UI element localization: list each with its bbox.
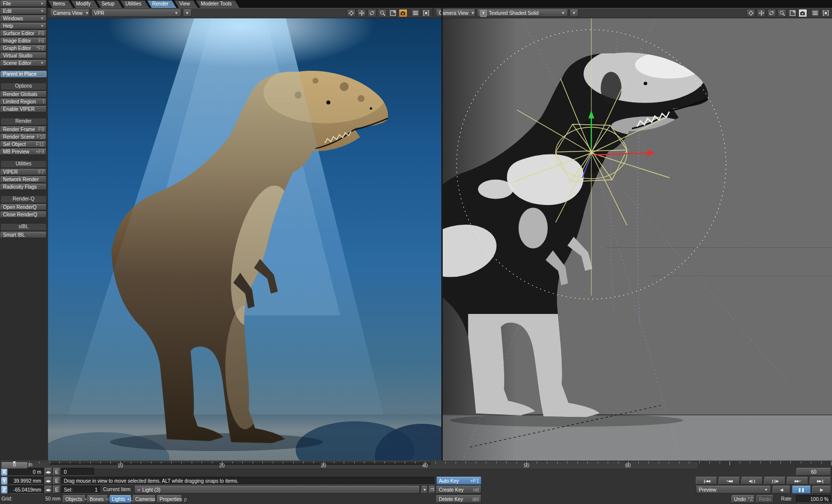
- play-reverse-button[interactable]: ◀: [773, 486, 790, 494]
- axis-x-toggle[interactable]: X: [1, 468, 7, 476]
- end-frame-field[interactable]: 60: [796, 468, 831, 476]
- right-viewport-options-dropdown[interactable]: ▼: [570, 9, 578, 17]
- mb-preview-button[interactable]: MB Preview+F9: [0, 149, 47, 155]
- current-item-dropdown[interactable]: ▰ Light (3): [134, 486, 420, 494]
- tab-modify[interactable]: Modify: [71, 0, 98, 8]
- undo-button[interactable]: Undo^Z: [731, 495, 755, 503]
- pan-icon[interactable]: [357, 9, 366, 17]
- delete-key-button[interactable]: Delete Keydel: [436, 495, 481, 503]
- envelope-x-button[interactable]: E: [53, 468, 60, 476]
- virtual-studio-button[interactable]: Virtual Studio: [0, 52, 47, 59]
- redo-button[interactable]: Redo: [756, 495, 774, 503]
- left-shading-dropdown[interactable]: VPR▼: [91, 9, 181, 17]
- menu-windows[interactable]: Windows▼: [0, 15, 47, 22]
- timeline-slider-handle[interactable]: 0: [1, 461, 28, 469]
- menu-icon[interactable]: [411, 9, 420, 17]
- close-renderq-button[interactable]: Close RenderQ: [0, 211, 47, 218]
- viewport-layout-icon[interactable]: [421, 9, 430, 17]
- nudge-y-button[interactable]: ◀▶: [45, 477, 52, 485]
- network-render-button[interactable]: Network Render: [0, 176, 47, 183]
- viper-button[interactable]: VIPERF7: [0, 169, 47, 175]
- left-viewport-options-dropdown[interactable]: ▼: [183, 9, 192, 17]
- left-view-type-dropdown[interactable]: Camera View▼: [50, 9, 90, 17]
- position-y-field[interactable]: 39.9992 mm: [8, 477, 44, 485]
- parent-in-place-button[interactable]: Parent in Place: [0, 71, 47, 77]
- selection-count-field[interactable]: Sel:1: [61, 486, 100, 494]
- timeline-ruler[interactable]: 10 20 30 40 50 60 0: [0, 461, 698, 469]
- tab-setup[interactable]: Setup: [97, 0, 122, 8]
- play-button[interactable]: ▶: [812, 486, 831, 494]
- left-viewport-vpr-render[interactable]: [48, 18, 441, 460]
- tab-items[interactable]: Items: [48, 0, 73, 8]
- smart-ibl-button[interactable]: Smart IBL: [0, 232, 47, 238]
- position-x-field[interactable]: 0 m: [8, 468, 44, 476]
- tab-utilities[interactable]: Utilities: [120, 0, 149, 8]
- camera-icon[interactable]: [798, 9, 807, 17]
- sel-object-button[interactable]: Sel ObjectF11: [0, 141, 47, 148]
- menu-file[interactable]: File▼: [0, 0, 47, 7]
- previous-key-button[interactable]: +◀◀: [719, 477, 740, 485]
- rate-field[interactable]: 100.0 %: [796, 495, 831, 503]
- auto-key-button[interactable]: Auto Key+F1: [436, 477, 481, 485]
- step-back-button[interactable]: ◀❙❙: [741, 477, 763, 485]
- rotate-icon[interactable]: [767, 9, 776, 17]
- go-to-end-button[interactable]: ▶▶❙: [810, 477, 831, 485]
- menu-edit[interactable]: Edit▼: [0, 8, 47, 14]
- open-renderq-button[interactable]: Open RenderQ: [0, 204, 47, 210]
- preview-dropdown[interactable]: Preview▼: [696, 486, 771, 494]
- axis-z-toggle[interactable]: Z: [1, 486, 7, 494]
- position-z-field[interactable]: -65.0419mm: [8, 486, 44, 494]
- item-tab-objects[interactable]: Objects+O: [63, 495, 86, 503]
- chevron-down-icon: ▼: [172, 11, 178, 15]
- axis-y-toggle[interactable]: Y: [1, 477, 7, 485]
- pause-button[interactable]: ❚❚: [792, 486, 811, 494]
- nudge-z-button[interactable]: ◀▶: [45, 486, 52, 494]
- maximize-icon[interactable]: [388, 9, 397, 17]
- graph-editor-button[interactable]: Graph Editor^F2: [0, 45, 47, 51]
- pan-icon[interactable]: [757, 9, 766, 17]
- camera-icon[interactable]: [399, 9, 408, 17]
- radiosity-flags-button[interactable]: Radiosity Flags: [0, 184, 47, 190]
- right-viewport-shaded[interactable]: [443, 18, 832, 460]
- tab-render[interactable]: Render: [147, 0, 176, 8]
- current-frame-field[interactable]: 0: [61, 468, 94, 476]
- render-frame-button[interactable]: Render FrameF9: [0, 126, 47, 133]
- item-list-dropdown-button[interactable]: ▼: [421, 486, 428, 494]
- viewport-layout-icon[interactable]: [821, 9, 830, 17]
- nudge-x-button[interactable]: ◀▶: [45, 468, 52, 476]
- current-item-label: Current Item: [103, 486, 131, 494]
- center-item-icon[interactable]: [746, 9, 755, 17]
- chevron-down-icon: ▼: [559, 11, 565, 15]
- item-tab-bones[interactable]: Bones+B: [87, 495, 108, 503]
- right-shading-dropdown[interactable]: T Textured Shaded Solid▼: [477, 9, 568, 17]
- image-editor-button[interactable]: Image EditorF6: [0, 38, 47, 44]
- render-globals-button[interactable]: Render Globals: [0, 91, 47, 98]
- limited-region-button[interactable]: Limited Regionl: [0, 99, 47, 105]
- tab-modeler-tools[interactable]: Modeler Tools: [196, 0, 240, 8]
- go-to-start-button[interactable]: ❙◀◀: [696, 477, 717, 485]
- menu-icon[interactable]: [811, 9, 820, 17]
- section-sibl: sIBL: [0, 223, 47, 231]
- zoom-icon[interactable]: [778, 9, 786, 17]
- tab-view[interactable]: View: [174, 0, 198, 8]
- envelope-y-button[interactable]: E: [53, 477, 60, 485]
- next-key-button[interactable]: ▶▶+: [787, 477, 808, 485]
- maximize-icon[interactable]: [788, 9, 797, 17]
- menu-help[interactable]: Help▼: [0, 23, 47, 29]
- surface-editor-button[interactable]: Surface EditorF5: [0, 30, 47, 37]
- render-scene-button[interactable]: Render SceneF10: [0, 134, 47, 140]
- left-toolbar: File▼ Edit▼ Windows▼ Help▼ Surface Edito…: [0, 0, 47, 460]
- envelope-z-button[interactable]: E: [53, 486, 60, 494]
- item-tab-lights[interactable]: Lights+L: [109, 495, 131, 503]
- step-forward-button[interactable]: ❙❙▶: [764, 477, 785, 485]
- enable-viper-button[interactable]: Enable VIPER: [0, 106, 47, 112]
- textured-shading-icon: T: [480, 10, 487, 17]
- zoom-icon[interactable]: [378, 9, 387, 17]
- center-item-icon[interactable]: [347, 9, 356, 17]
- scene-editor-button[interactable]: Scene Editor▼: [0, 60, 47, 66]
- item-tab-cameras[interactable]: Cameras+C: [133, 495, 156, 503]
- rotate-icon[interactable]: [367, 9, 376, 17]
- properties-button[interactable]: Propertiesp: [157, 495, 182, 503]
- item-picker-button[interactable]: ❒: [429, 486, 435, 494]
- create-key-button[interactable]: Create Keyret: [436, 486, 481, 494]
